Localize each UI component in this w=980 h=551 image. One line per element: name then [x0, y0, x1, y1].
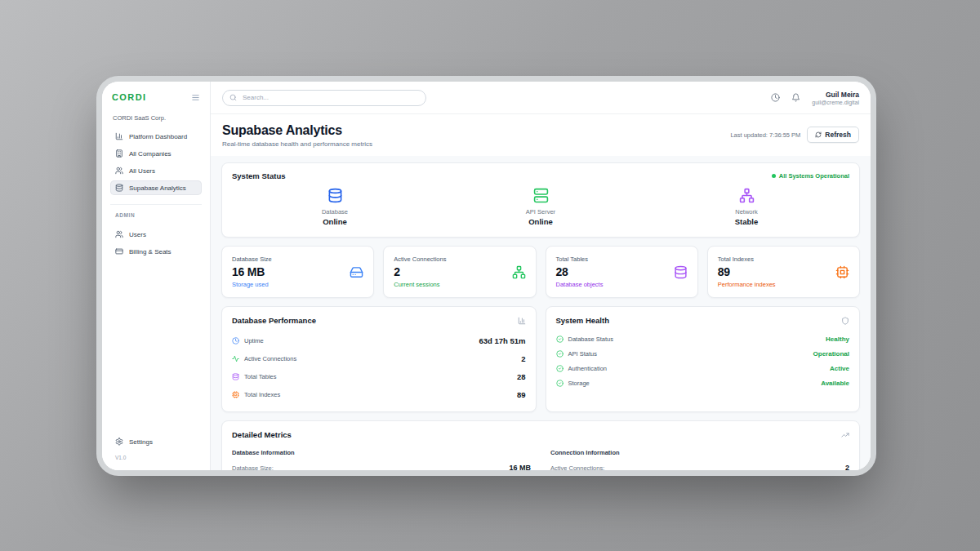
- sidebar-item-label: All Companies: [129, 150, 172, 158]
- sidebar-item-billing-seats[interactable]: Billing & Seats: [110, 244, 202, 259]
- sidebar-item-all-users[interactable]: All Users: [110, 163, 202, 178]
- row-left: Storage: [556, 380, 590, 387]
- user-name: Guil Meira: [812, 91, 859, 99]
- status-item-api-server: API Server Online: [438, 188, 644, 226]
- row-left: Total Indexes: [232, 391, 280, 398]
- sidebar-item-users[interactable]: Users: [110, 227, 202, 242]
- status-item-network: Network Stable: [644, 188, 849, 226]
- page-header-left: Supabase Analytics Real-time database he…: [222, 123, 372, 148]
- shield-icon: [841, 317, 849, 325]
- dashboard-content: System Status All Systems Operational Da…: [211, 156, 871, 470]
- row-label: API Status: [568, 350, 597, 358]
- refresh-icon: [815, 131, 822, 138]
- row-value: 89: [517, 390, 526, 399]
- check-circle-icon: [556, 335, 564, 343]
- status-item-value: Online: [528, 217, 553, 226]
- user-menu[interactable]: Guil Meira guil@creme.digital: [812, 91, 859, 105]
- panel-title: System Health: [556, 316, 609, 325]
- metric-label: Active Connections: [394, 256, 446, 263]
- sidebar-item-supabase-analytics[interactable]: Supabase Analytics: [110, 180, 202, 195]
- sidebar-item-label: Users: [129, 231, 146, 238]
- row-value: 2: [521, 354, 525, 363]
- check-circle-icon: [556, 350, 564, 358]
- bar-chart-icon: [518, 317, 526, 325]
- cpu-icon: [232, 391, 239, 398]
- row-left: Active Connections: [232, 355, 296, 362]
- system-status-title: System Status: [232, 171, 285, 180]
- row-value: Active: [830, 365, 849, 372]
- database-icon: [327, 188, 343, 203]
- bell-icon[interactable]: [791, 93, 800, 102]
- sidebar-item-label: Settings: [129, 438, 153, 446]
- metric-subtext: Current sessions: [394, 281, 446, 288]
- health-row-api-status: API Status Operational: [556, 346, 850, 361]
- metric-subtext: Performance indexes: [718, 281, 776, 288]
- sidebar-item-settings[interactable]: Settings: [110, 434, 202, 449]
- row-value: Operational: [813, 350, 849, 358]
- page-title: Supabase Analytics: [222, 123, 372, 138]
- row-label: Storage: [568, 380, 590, 387]
- performance-row-total-tables: Total Tables 28: [232, 367, 526, 385]
- admin-section-label: ADMIN: [110, 204, 202, 220]
- clock-icon[interactable]: [771, 93, 780, 102]
- status-grid: Database Online API Server Online: [232, 188, 849, 226]
- panel-header: Database Performance: [232, 316, 526, 325]
- app-version: V1.0: [110, 455, 202, 460]
- health-row-database-status: Database Status Healthy: [556, 331, 850, 346]
- row-left: Authentication: [556, 365, 608, 372]
- menu-icon[interactable]: [191, 93, 200, 102]
- sidebar-header: CORDI: [110, 92, 202, 102]
- status-badge-label: All Systems Operational: [779, 172, 849, 180]
- detailed-metrics-card: Detailed Metrics Database Information Da…: [221, 420, 860, 470]
- search-box[interactable]: [222, 90, 426, 106]
- last-updated-text: Last updated: 7:36:55 PM: [730, 131, 800, 139]
- metric-text: Database Size 16 MB Storage used: [232, 256, 272, 288]
- sidebar-item-all-companies[interactable]: All Companies: [110, 146, 202, 161]
- row-label: Total Indexes: [244, 391, 280, 398]
- status-item-label: API Server: [526, 208, 555, 216]
- status-dot: [772, 174, 776, 178]
- row-left: API Status: [556, 350, 597, 358]
- refresh-button[interactable]: Refresh: [807, 127, 859, 143]
- refresh-button-label: Refresh: [825, 131, 851, 139]
- hard-drive-icon: [350, 265, 363, 279]
- building-icon: [115, 149, 123, 158]
- sidebar-spacer: [110, 259, 202, 434]
- metric-subtext: Database objects: [556, 281, 604, 288]
- status-item-label: Network: [735, 208, 758, 216]
- sidebar-item-platform-dashboard[interactable]: Platform Dashboard: [110, 129, 202, 144]
- system-status-header: System Status All Systems Operational: [232, 171, 849, 180]
- metric-card-active-connections: Active Connections 2 Current sessions: [383, 246, 536, 298]
- performance-row-active-connections: Active Connections 2: [232, 349, 526, 367]
- status-badge: All Systems Operational: [772, 172, 849, 180]
- row-left: Total Tables: [232, 373, 276, 380]
- sidebar-item-label: Platform Dashboard: [129, 133, 187, 140]
- database-icon: [674, 265, 688, 279]
- sidebar-item-label: Supabase Analytics: [129, 184, 186, 192]
- page-header: Supabase Analytics Real-time database he…: [211, 114, 871, 156]
- gear-icon: [115, 438, 123, 446]
- search-icon: [229, 94, 237, 101]
- network-icon: [739, 188, 755, 203]
- detailed-metrics-title: Detailed Metrics: [232, 430, 292, 439]
- page-subtitle: Real-time database health and performanc…: [222, 140, 372, 148]
- activity-icon: [232, 355, 239, 362]
- bar-chart-icon: [115, 132, 123, 140]
- org-name: CORDI SaaS Corp.: [110, 114, 202, 122]
- metric-label: Total Tables: [556, 256, 604, 263]
- detailed-metrics-grid: Database Information Database Size: 16 M…: [232, 449, 849, 470]
- metric-value: 2: [394, 265, 446, 278]
- row-label: Database Status: [568, 335, 613, 343]
- check-circle-icon: [556, 365, 564, 372]
- metrics-row: Database Size 16 MB Storage used Active …: [221, 246, 860, 298]
- metric-value: 28: [556, 265, 604, 278]
- status-item-label: Database: [322, 208, 348, 216]
- detailed-metrics-header: Detailed Metrics: [232, 430, 849, 439]
- row-value: 28: [517, 372, 526, 381]
- panel-header: System Health: [556, 316, 850, 325]
- performance-row-uptime: Uptime 63d 17h 51m: [232, 331, 526, 349]
- status-item-value: Stable: [735, 217, 759, 226]
- detail-value: 16 MB: [509, 464, 531, 470]
- network-icon: [512, 265, 526, 279]
- search-input[interactable]: [241, 93, 419, 102]
